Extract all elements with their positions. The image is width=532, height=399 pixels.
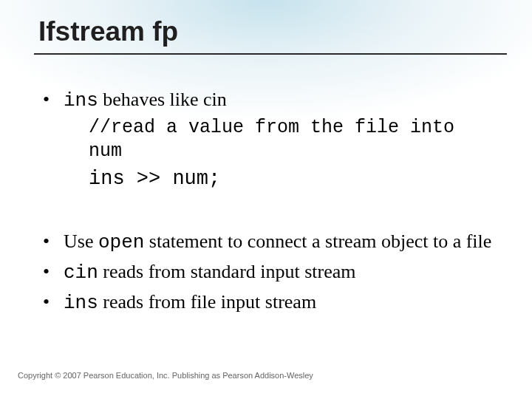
bullet-item-2: Use open statement to connect a stream o… bbox=[38, 229, 495, 255]
title-underline bbox=[34, 53, 507, 55]
bullet-4-t1: reads from file input stream bbox=[98, 291, 316, 313]
bullet-item-3: cin reads from standard input stream bbox=[38, 259, 495, 285]
bullet-list: ins behaves like cin //read a value from… bbox=[38, 87, 495, 192]
code-line: ins >> num; bbox=[89, 166, 495, 192]
bullet-3-code: cin bbox=[64, 262, 98, 284]
code-comment: //read a value from the file into num bbox=[89, 116, 495, 163]
bullet-list-2: Use open statement to connect a stream o… bbox=[38, 229, 495, 316]
bullet-1-text: behaves like cin bbox=[98, 89, 227, 110]
bullet-2-t1: Use bbox=[64, 231, 98, 252]
bullet-4-code: ins bbox=[64, 292, 98, 314]
title-area: Ifstream fp bbox=[38, 16, 502, 55]
slide-body: ins behaves like cin //read a value from… bbox=[38, 87, 495, 321]
bullet-1-code: ins bbox=[64, 89, 98, 112]
bullet-2-t2: statement to connect a stream object to … bbox=[144, 231, 491, 252]
bullet-2-code: open bbox=[98, 231, 144, 253]
bullet-item-4: ins reads from file input stream bbox=[38, 290, 495, 316]
spacer bbox=[38, 197, 495, 229]
slide-title: Ifstream fp bbox=[38, 16, 502, 47]
bullet-item-1: ins behaves like cin //read a value from… bbox=[38, 87, 495, 192]
bullet-3-t1: reads from standard input stream bbox=[98, 261, 356, 282]
slide: Ifstream fp ins behaves like cin //read … bbox=[0, 0, 532, 399]
copyright-text: Copyright © 2007 Pearson Education, Inc.… bbox=[18, 371, 313, 380]
